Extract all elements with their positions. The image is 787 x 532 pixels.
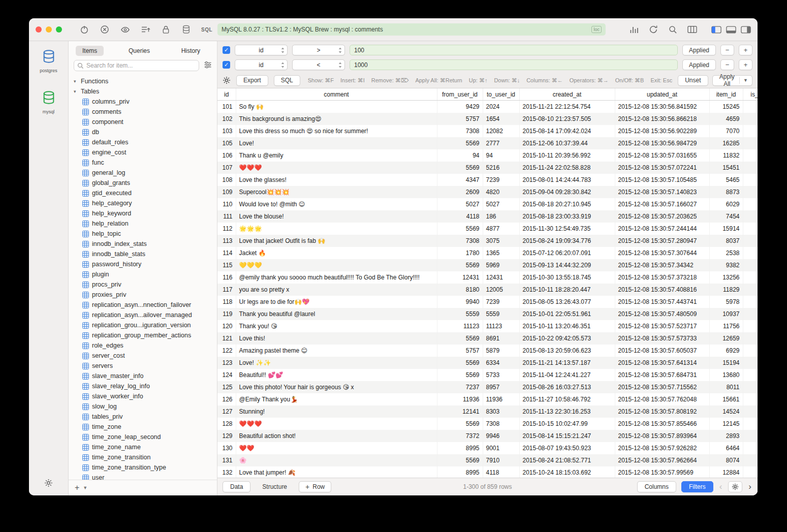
grid-cell[interactable]: 2015-12-08 15:30:57.762048 xyxy=(615,393,709,405)
grid-cell[interactable]: Stunning! xyxy=(236,405,437,418)
column-header-item_id[interactable]: item_id xyxy=(709,88,743,101)
grid-cell[interactable]: 12659 xyxy=(709,332,743,345)
grid-cell[interactable]: 15245 xyxy=(709,101,743,113)
filter-column-select[interactable]: id xyxy=(235,45,288,55)
grid-cell[interactable]: 8873 xyxy=(709,186,743,198)
disconnect-icon[interactable] xyxy=(100,24,110,35)
add-filter-button[interactable]: + xyxy=(739,59,752,70)
grid-cell[interactable]: 121 xyxy=(217,332,236,345)
sidebar-item-table[interactable]: slow_log xyxy=(69,401,217,412)
grid-cell[interactable]: 106 xyxy=(217,149,236,162)
grid-cell[interactable]: 94 xyxy=(483,149,519,162)
grid-cell[interactable]: 2015-08-26 16:03:27.513 xyxy=(519,381,615,393)
filter-operator-select[interactable]: > xyxy=(292,45,345,55)
tree-section-functions[interactable]: ▾Functions xyxy=(69,76,217,86)
filter-applied-button[interactable]: Applied xyxy=(682,45,716,55)
grid-cell[interactable]: 5559 xyxy=(437,308,483,320)
sidebar-item-table[interactable]: slave_worker_info xyxy=(69,391,217,401)
table-row[interactable]: 120Thank you! 😘11123111232015-10-11 13:2… xyxy=(217,320,758,332)
grid-cell[interactable]: 11936 xyxy=(483,393,519,405)
grid-cell[interactable]: 116 xyxy=(217,271,236,284)
grid-cell[interactable]: 2015-08-14 15:15:21.247 xyxy=(519,430,615,442)
table-row[interactable]: 127Stunning!1214183032015-11-13 22:30:16… xyxy=(217,405,758,418)
grid-cell[interactable]: Ur legs are to die for🙌💖 xyxy=(236,296,437,308)
grid-cell[interactable]: 2015-11-21 14:13:57.187 xyxy=(519,357,615,369)
grid-cell[interactable]: 🌸 xyxy=(236,454,437,466)
grid-cell[interactable]: 2015-10-15 10:02:47.99 xyxy=(519,418,615,430)
grid-cell[interactable] xyxy=(743,405,758,418)
grid-cell[interactable] xyxy=(743,210,758,223)
chart-icon[interactable] xyxy=(629,24,639,35)
grid-cell[interactable]: 2609 xyxy=(437,186,483,198)
grid-cell[interactable]: 3075 xyxy=(483,235,519,247)
grid-cell[interactable]: 5569 xyxy=(437,332,483,345)
tab-items[interactable]: Items xyxy=(76,46,104,56)
grid-cell[interactable]: 5969 xyxy=(483,259,519,271)
table-row[interactable]: 115💛💛💛556959692015-09-13 14:44:32.209201… xyxy=(217,259,758,271)
grid-cell[interactable]: 111 xyxy=(217,210,236,223)
grid-cell[interactable]: 2015-10-30 13:55:18.745 xyxy=(519,271,615,284)
grid-cell[interactable]: 7454 xyxy=(709,210,743,223)
sql-button[interactable]: SQL xyxy=(274,75,300,86)
grid-cell[interactable]: 5569 xyxy=(437,369,483,381)
grid-cell[interactable]: 103 xyxy=(217,125,236,137)
grid-cell[interactable] xyxy=(743,393,758,405)
sidebar-item-table[interactable]: slave_relay_log_info xyxy=(69,381,217,391)
structure-tab-button[interactable]: Structure xyxy=(255,481,295,492)
grid-cell[interactable]: 2015-12-08 15:30:56.841592 xyxy=(615,101,709,113)
grid-cell[interactable]: 2015-11-30 12:54:49.735 xyxy=(519,223,615,235)
grid-cell[interactable] xyxy=(743,345,758,357)
grid-cell[interactable]: 5559 xyxy=(483,308,519,320)
sidebar-item-table[interactable]: slave_master_info xyxy=(69,371,217,381)
grid-cell[interactable]: 8995 xyxy=(437,466,483,478)
grid-cell[interactable]: you are so pretty x xyxy=(236,284,437,296)
grid-cell[interactable]: 2015-12-08 15:30:57.893964 xyxy=(615,430,709,442)
sidebar-item-table[interactable]: help_keyword xyxy=(69,208,217,218)
grid-cell[interactable]: Amazing pastel theme 😊 xyxy=(236,345,437,357)
tab-queries[interactable]: Queries xyxy=(122,46,156,56)
grid-cell[interactable]: 12431 xyxy=(437,271,483,284)
grid-cell[interactable]: Jacket 🔥 xyxy=(236,247,437,259)
grid-cell[interactable]: 2015-08-18 23:00:33.919 xyxy=(519,210,615,223)
tree-section-tables[interactable]: ▾Tables xyxy=(69,86,217,97)
table-row[interactable]: 111Love the blouse!41181862015-08-18 23:… xyxy=(217,210,758,223)
grid-cell[interactable]: 2015-08-05 13:26:43.077 xyxy=(519,296,615,308)
grid-cell[interactable] xyxy=(743,149,758,162)
column-header-to_user_id[interactable]: to_user_id xyxy=(483,88,519,101)
grid-cell[interactable]: 6929 xyxy=(709,345,743,357)
grid-cell[interactable]: 130 xyxy=(217,442,236,454)
grid-cell[interactable]: 2015-12-08 15:30:57.605037 xyxy=(615,345,709,357)
grid-cell[interactable] xyxy=(743,369,758,381)
sidebar-item-table[interactable]: columns_priv xyxy=(69,97,217,107)
grid-cell[interactable]: 5216 xyxy=(483,162,519,174)
grid-cell[interactable]: This background is amazing😍 xyxy=(236,113,437,125)
apply-all-button[interactable]: Apply All▼ xyxy=(712,75,752,86)
grid-cell[interactable]: 2015-08-24 19:09:34.776 xyxy=(519,235,615,247)
table-row[interactable]: 113Love that jacket! Outfit is fab 🙌7308… xyxy=(217,235,758,247)
close-button[interactable] xyxy=(36,26,42,33)
grid-cell[interactable] xyxy=(743,223,758,235)
grid-cell[interactable]: 15451 xyxy=(709,162,743,174)
table-row[interactable]: 124Beautiful!! 💕💕556957332015-11-04 12:2… xyxy=(217,369,758,381)
grid-cell[interactable]: 6334 xyxy=(483,357,519,369)
tab-history[interactable]: History xyxy=(175,46,207,56)
grid-cell[interactable]: 5569 xyxy=(437,137,483,149)
grid-cell[interactable] xyxy=(743,442,758,454)
sidebar-item-table[interactable]: proxies_priv xyxy=(69,290,217,300)
grid-cell[interactable] xyxy=(743,198,758,210)
queue-list-icon[interactable] xyxy=(140,24,150,35)
sql-toolbar-label[interactable]: SQL xyxy=(201,27,212,33)
grid-cell[interactable]: 💛💛💛 xyxy=(236,259,437,271)
add-filter-button[interactable]: + xyxy=(739,45,752,55)
grid-cell[interactable]: 120 xyxy=(217,320,236,332)
grid-cell[interactable]: 2015-12-08 15:30:57.307644 xyxy=(615,247,709,259)
filter-value-input[interactable]: 100 xyxy=(350,45,678,55)
column-header-is_[interactable]: is_ xyxy=(743,88,758,101)
sidebar-item-table[interactable]: engine_cost xyxy=(69,147,217,158)
grid-cell[interactable]: 1654 xyxy=(483,113,519,125)
table-row[interactable]: 114Jacket 🔥178013652015-07-12 06:20:07.0… xyxy=(217,247,758,259)
table-row[interactable]: 119Thank you beautiful @laurel5559555920… xyxy=(217,308,758,320)
grid-cell[interactable]: 9429 xyxy=(437,101,483,113)
grid-cell[interactable]: 15914 xyxy=(709,223,743,235)
grid-cell[interactable] xyxy=(743,101,758,113)
